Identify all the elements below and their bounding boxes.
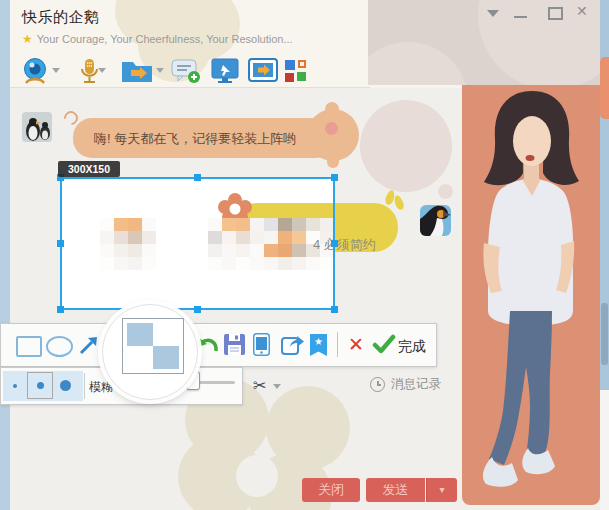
signature-line[interactable]: ★Your Courage, Your Cheerfulness, Your R… [22,32,293,46]
mosaic-cell [208,231,222,244]
flower-center-decoration [236,455,278,497]
mosaic-cell [306,218,320,231]
mosaic-icon-cell [153,346,179,369]
mosaic-cell [264,244,278,257]
create-group-chat-icon[interactable] [170,57,202,89]
mosaic-cell [114,218,128,231]
mosaic-cell [208,244,222,257]
divider [84,373,85,399]
arrow-tool-icon[interactable] [76,334,100,362]
mosaic-cell [250,218,264,231]
mosaic-cell [250,257,264,270]
selection-handle-w[interactable] [57,240,64,247]
remote-desktop-icon[interactable] [210,57,240,89]
mosaic-patch [100,218,156,270]
mosaic-cell [292,231,306,244]
mosaic-cell [142,244,156,257]
mosaic-cell [222,257,236,270]
outgoing-message-text: 4 必须简约 [313,236,376,254]
background-circle [360,100,452,192]
save-icon[interactable] [224,334,245,359]
pig-foot-decoration [327,156,339,168]
rectangle-tool-icon[interactable] [16,336,42,357]
selection-handle-n[interactable] [194,174,201,181]
close-icon[interactable]: ✕ [576,3,588,19]
self-avatar[interactable] [420,205,451,236]
edge-decoration [600,390,609,510]
thickness-large-option[interactable] [60,380,71,391]
mosaic-cell [100,231,114,244]
mosaic-cell [208,257,222,270]
right-edge-strip [600,0,609,510]
maximize-icon[interactable] [548,7,563,20]
mosaic-cell [236,244,250,257]
mosaic-cell [264,231,278,244]
screenshot-tool-icon[interactable]: ✂ [253,376,266,395]
thickness-medium-dot [37,382,44,389]
mosaic-icon-cell [127,323,153,346]
mosaic-cell [114,257,128,270]
file-transfer-icon[interactable] [120,58,154,88]
chat-window: 快乐的企鹅 ★Your Courage, Your Cheerfulness, … [10,0,600,510]
send-options-dropdown[interactable]: ▾ [426,478,457,502]
close-chat-button[interactable]: 关闭 [302,478,360,502]
share-icon[interactable] [281,334,304,359]
pig-ear-decoration [325,102,339,116]
window-title: 快乐的企鹅 [22,8,100,27]
mosaic-cell [128,244,142,257]
window-menu-icon[interactable] [487,10,499,17]
undo-icon[interactable] [196,334,220,362]
mosaic-cell [292,218,306,231]
send-to-phone-icon[interactable] [253,333,270,360]
selection-handle-e[interactable] [331,240,338,247]
mosaic-cell [278,257,292,270]
send-button[interactable]: 发送 [366,478,425,502]
mosaic-cell [278,231,292,244]
selection-size-label: 300X150 [58,161,120,177]
scrollbar-thumb[interactable] [601,303,608,365]
message-history-button[interactable]: 消息记录 [370,376,441,393]
mosaic-cell [250,231,264,244]
mosaic-cell [100,218,114,231]
selection-handle-sw[interactable] [57,306,64,313]
divider [10,87,370,88]
mosaic-cell [222,218,236,231]
done-label[interactable]: 完成 [398,338,426,356]
thickness-small-option[interactable] [13,384,17,388]
mosaic-cell [264,218,278,231]
mosaic-cell [222,231,236,244]
blur-label: 模糊 [89,379,113,396]
ellipse-tool-icon[interactable] [46,336,73,357]
mosaic-cell [292,257,306,270]
share-screen-icon[interactable] [248,57,278,89]
mosaic-tool-icon[interactable] [122,318,184,374]
girl-illustration [462,85,600,505]
left-edge-strip [0,0,10,510]
minimize-icon[interactable] [514,16,527,18]
selection-handle-se[interactable] [331,306,338,313]
mosaic-cell [114,244,128,257]
incoming-message-text: 嗨! 每天都在飞，记得要轻装上阵哟 [94,130,296,148]
qq-apps-icon[interactable] [284,59,308,87]
buddy-avatar[interactable] [22,112,52,142]
pig-blush-decoration [325,122,338,135]
confirm-check-icon[interactable] [372,334,396,358]
voice-call-icon[interactable] [74,56,104,90]
selection-handle-ne[interactable] [331,174,338,181]
video-call-icon[interactable] [20,56,50,90]
mosaic-cell [320,218,334,231]
mosaic-cell [278,244,292,257]
mosaic-cell [128,218,142,231]
file-transfer-dropdown-icon[interactable] [156,68,164,73]
screenshot-dropdown-icon[interactable] [273,384,281,389]
voice-call-dropdown-icon[interactable] [98,68,106,73]
cancel-capture-icon[interactable]: ✕ [348,333,364,356]
mosaic-cell [128,257,142,270]
mosaic-icon-cell [153,323,179,346]
selection-handle-s[interactable] [194,306,201,313]
star-icon: ★ [22,32,33,46]
video-call-dropdown-icon[interactable] [52,68,60,73]
signature-text: Your Courage, Your Cheerfulness, Your Re… [37,33,293,45]
mosaic-cell [142,257,156,270]
mosaic-cell [142,218,156,231]
